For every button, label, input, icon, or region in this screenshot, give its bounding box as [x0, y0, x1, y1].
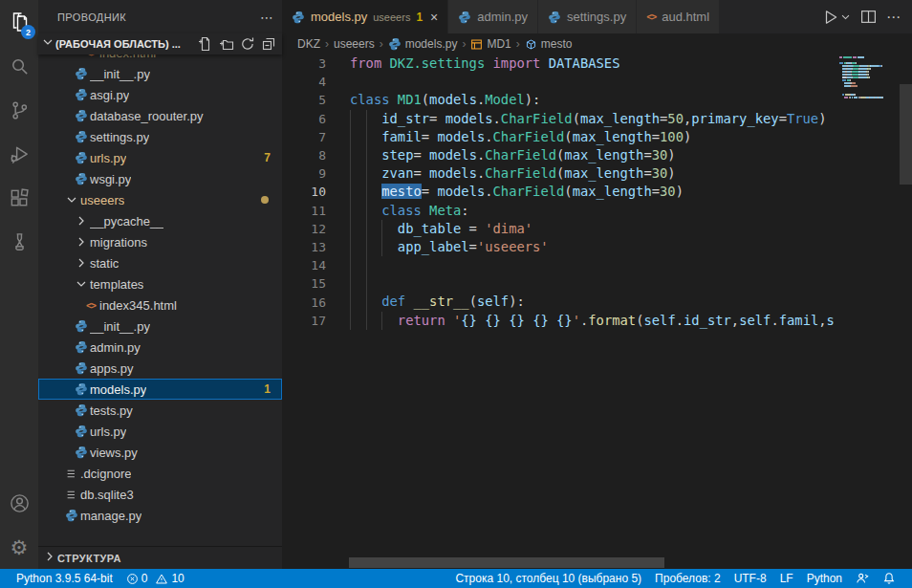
tree-item-urls.py[interactable]: urls.py — [38, 421, 282, 442]
run-debug-icon[interactable] — [0, 132, 38, 176]
search-icon[interactable] — [0, 44, 38, 88]
tree-item-urls.py[interactable]: urls.py7 — [38, 147, 282, 168]
language-mode-status[interactable]: Python — [800, 569, 849, 588]
code-line-13[interactable]: 13 app_label='useeers' — [282, 238, 912, 256]
tree-item-static[interactable]: static — [38, 252, 282, 273]
python-icon — [75, 151, 88, 164]
tree-item-__pycache__[interactable]: __pycache__ — [38, 210, 282, 231]
code-line-12[interactable]: 12 db_table = 'dima' — [282, 220, 912, 238]
code-line-17[interactable]: 17 return '{} {} {} {} {}'.format(self.i… — [282, 312, 912, 330]
tree-item-.dcignore[interactable]: .dcignore — [38, 463, 282, 484]
indentation-status[interactable]: Пробелов: 2 — [648, 569, 727, 588]
breadcrumb-item-mesto[interactable]: mesto — [525, 37, 573, 51]
breadcrumb-item-DKZ[interactable]: DKZ — [297, 37, 320, 51]
tree-item-label: wsgi.py — [90, 172, 131, 186]
code-line-6[interactable]: 6 id_str= models.CharField(max_length=50… — [282, 110, 912, 128]
tree-item-__init__.py[interactable]: __init__.py — [38, 63, 282, 84]
collapse-all-icon[interactable] — [261, 36, 276, 52]
code-line-3[interactable]: 3from DKZ.settings import DATABASES — [282, 54, 912, 73]
indent-guide — [350, 293, 351, 311]
tree-item-views.py[interactable]: views.py — [38, 442, 282, 463]
outline-section[interactable]: СТРУКТУРА — [38, 546, 282, 569]
notifications-bell-icon[interactable] — [876, 569, 902, 588]
cursor-position-status[interactable]: Строка 10, столбец 10 (выбрано 5) — [448, 569, 648, 588]
chevron-down-icon — [64, 192, 79, 207]
tab-models.py[interactable]: models.pyuseeers1× — [282, 0, 448, 33]
explorer-icon[interactable]: 2 — [0, 0, 38, 44]
vertical-scrollbar[interactable] — [900, 84, 912, 185]
source-control-icon[interactable] — [0, 88, 38, 132]
tab-aud.html[interactable]: <>aud.html — [637, 0, 720, 33]
editor-more-icon[interactable]: ⋯ — [886, 9, 901, 26]
code-editor[interactable]: 3from DKZ.settings import DATABASES45cla… — [282, 54, 912, 569]
python-icon — [75, 403, 88, 417]
new-folder-icon[interactable] — [219, 36, 234, 52]
tree-item-apps.py[interactable]: apps.py — [38, 358, 282, 379]
tree-item-useeers[interactable]: useeers — [38, 189, 282, 210]
tree-item-label: .dcignore — [80, 467, 131, 481]
eol-status[interactable]: LF — [773, 569, 800, 588]
code-line-9[interactable]: 9 zvan= models.CharField(max_length=30) — [282, 164, 912, 183]
code-line-7[interactable]: 7 famil= models.CharField(max_length=100… — [282, 128, 912, 146]
tree-item-index345.html[interactable]: <>index345.html — [38, 294, 282, 316]
tree-item-manage.py[interactable]: manage.py — [38, 505, 282, 526]
tree-item-label: admin.py — [90, 340, 141, 355]
line-number: 5 — [282, 93, 326, 107]
feedback-icon[interactable] — [849, 569, 876, 588]
close-tab-icon[interactable]: × — [430, 10, 438, 25]
breadcrumb-item-MD1[interactable]: MD1 — [470, 37, 510, 51]
code-line-8[interactable]: 8 step= models.CharField(max_length=30) — [282, 146, 912, 164]
indent-guide — [366, 146, 367, 164]
account-icon[interactable] — [0, 481, 38, 525]
tree-item-__init__.py[interactable]: __init__.py — [38, 316, 282, 337]
tree-item-db.sqlite3[interactable]: db.sqlite3 — [38, 484, 282, 505]
python-icon — [75, 88, 88, 101]
explorer-more-icon[interactable]: ⋯ — [260, 10, 274, 25]
python-icon — [73, 382, 90, 396]
tree-item-wsgi.py[interactable]: wsgi.py — [38, 168, 282, 189]
python-interpreter-status[interactable]: Python 3.9.5 64-bit — [10, 569, 119, 588]
tree-item-label: index345.html — [99, 298, 177, 313]
tree-item-admin.py[interactable]: admin.py — [38, 337, 282, 358]
code-line-14[interactable]: 14 — [282, 256, 912, 274]
tree-item-models.py[interactable]: models.py1 — [38, 379, 282, 400]
python-icon — [63, 509, 80, 522]
tree-item-asgi.py[interactable]: asgi.py — [38, 84, 282, 105]
horizontal-scrollbar[interactable] — [349, 557, 664, 568]
indent-guide — [366, 293, 367, 311]
python-icon — [292, 11, 305, 24]
new-file-icon[interactable] — [198, 36, 213, 52]
code-line-5[interactable]: 5class MD1(models.Model): — [282, 91, 912, 109]
code-line-11[interactable]: 11 class Meta: — [282, 202, 912, 220]
tree-item-settings.py[interactable]: settings.py — [38, 126, 282, 147]
encoding-status[interactable]: UTF-8 — [727, 569, 773, 588]
error-icon — [126, 573, 139, 585]
code-line-15[interactable]: 15 — [282, 274, 912, 293]
split-editor-icon[interactable] — [860, 9, 877, 25]
minimap[interactable] — [839, 56, 899, 99]
indent-guide — [350, 128, 351, 146]
extensions-icon[interactable] — [0, 176, 38, 220]
tree-item-index.html[interactable]: <>index.html — [38, 54, 282, 63]
tab-admin.py[interactable]: admin.py — [448, 0, 538, 33]
problems-status[interactable]: 0 10 — [119, 569, 191, 588]
testing-icon[interactable] — [0, 220, 38, 264]
tree-item-migrations[interactable]: migrations — [38, 231, 282, 252]
refresh-icon[interactable] — [240, 36, 255, 52]
tab-settings.py[interactable]: settings.py — [538, 0, 637, 33]
code-line-10[interactable]: 10 mesto= models.CharField(max_length=30… — [282, 183, 912, 201]
breadcrumb-item-models.py[interactable]: models.py — [388, 37, 458, 51]
settings-gear-icon[interactable]: ⚙ — [0, 525, 38, 569]
minimap-line — [839, 62, 899, 64]
python-icon — [75, 446, 88, 459]
run-button[interactable] — [822, 9, 851, 26]
tree-item-database_roouter.py[interactable]: database_roouter.py — [38, 105, 282, 126]
code-line-16[interactable]: 16 def __str__(self): — [282, 293, 912, 311]
breadcrumb-item-useeers[interactable]: useeers — [334, 37, 375, 51]
tree-item-templates[interactable]: templates — [38, 273, 282, 294]
code-line-4[interactable]: 4 — [282, 73, 912, 91]
workspace-section-header[interactable]: (РАБОЧАЯ ОБЛАСТЬ) ... — [38, 33, 282, 54]
explorer-badge: 2 — [21, 25, 35, 39]
tree-item-tests.py[interactable]: tests.py — [38, 400, 282, 421]
indent-guide — [366, 110, 367, 128]
